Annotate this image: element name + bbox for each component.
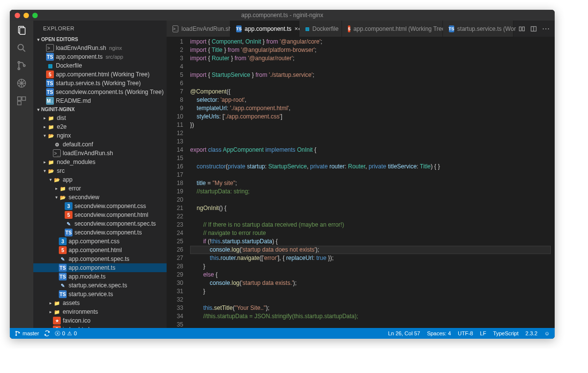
editor-area: >_loadEnvAndRun.shTSapp.component.ts×▨Do… bbox=[167, 21, 555, 328]
folder-item[interactable]: ▸📁assets bbox=[33, 299, 167, 307]
warning-icon: ⚠ bbox=[67, 330, 72, 337]
folder-item[interactable]: ▸📁dist bbox=[33, 114, 167, 122]
encoding[interactable]: UTF-8 bbox=[458, 330, 473, 336]
activity-bar bbox=[10, 21, 33, 328]
file-item[interactable]: ⚙default.conf bbox=[33, 140, 167, 149]
svg-rect-1 bbox=[20, 28, 25, 35]
code-content[interactable]: import { Component, OnInit } from '@angu… bbox=[190, 37, 551, 328]
chevron-down-icon: ▾ bbox=[35, 107, 41, 112]
svg-rect-16 bbox=[522, 26, 524, 30]
editor-tab[interactable]: ▨Dockerfile bbox=[299, 21, 343, 37]
folder-item[interactable]: ▾📂secondview bbox=[33, 193, 167, 202]
sidebar: EXPLORER ▾ OPEN EDITORS >_loadEnvAndRun.… bbox=[33, 21, 167, 328]
svg-point-6 bbox=[24, 65, 25, 67]
svg-rect-13 bbox=[22, 97, 25, 100]
editor-tab[interactable]: TSapp.component.ts× bbox=[230, 21, 299, 37]
svg-rect-12 bbox=[18, 97, 21, 100]
file-item[interactable]: 5secondview.component.html bbox=[33, 210, 167, 219]
editor-tab[interactable]: TSstartup.service.ts (Wor bbox=[443, 21, 514, 37]
open-editor-item[interactable]: >_loadEnvAndRun.shnginx bbox=[33, 44, 167, 52]
svg-point-19 bbox=[16, 331, 17, 332]
file-item[interactable]: TSstartup.service.ts bbox=[33, 290, 167, 299]
svg-point-5 bbox=[18, 68, 20, 70]
folder-item[interactable]: ▸📁environments bbox=[33, 307, 167, 316]
open-editors-header[interactable]: ▾ OPEN EDITORS bbox=[33, 35, 167, 44]
folder-item[interactable]: ▸📁error bbox=[33, 184, 167, 193]
split-editor-icon[interactable] bbox=[530, 25, 537, 32]
more-icon[interactable]: ⋯ bbox=[542, 24, 550, 33]
code-editor[interactable]: 1234567891011121314151617181920212223242… bbox=[167, 37, 555, 328]
file-item[interactable]: >_loadEnvAndRun.sh bbox=[33, 149, 167, 158]
line-numbers: 1234567891011121314151617181920212223242… bbox=[167, 37, 190, 328]
svg-point-20 bbox=[16, 335, 17, 336]
open-editor-item[interactable]: 5app.component.html (Working Tree) bbox=[33, 70, 167, 79]
folder-item[interactable]: ▸📁e2e bbox=[33, 122, 167, 131]
search-icon[interactable] bbox=[16, 42, 27, 54]
explorer-icon[interactable] bbox=[16, 24, 27, 36]
window-title: app.component.ts - nginit-nginx bbox=[241, 12, 323, 19]
svg-rect-15 bbox=[519, 26, 521, 30]
cursor-position[interactable]: Ln 26, Col 57 bbox=[388, 330, 420, 336]
debug-icon[interactable] bbox=[16, 77, 27, 89]
sync-icon[interactable] bbox=[44, 330, 50, 336]
open-editor-item[interactable]: M↓README.md bbox=[33, 96, 167, 105]
open-editor-item[interactable]: TSstartup.service.ts (Working Tree) bbox=[33, 79, 167, 88]
file-item[interactable]: 5app.component.html bbox=[33, 246, 167, 255]
svg-point-2 bbox=[18, 45, 24, 50]
maximize-window-button[interactable] bbox=[32, 13, 38, 18]
vscode-window: app.component.ts - nginit-nginx EXPLORER bbox=[10, 10, 555, 339]
svg-point-4 bbox=[18, 62, 20, 64]
titlebar: app.component.ts - nginit-nginx bbox=[10, 10, 555, 21]
folder-item[interactable]: ▾📂src bbox=[33, 166, 167, 175]
file-item[interactable]: ✎secondview.component.spec.ts bbox=[33, 219, 167, 228]
close-window-button[interactable] bbox=[15, 13, 20, 18]
chevron-down-icon: ▾ bbox=[35, 37, 41, 42]
traffic-lights bbox=[15, 13, 38, 18]
git-branch[interactable]: master bbox=[15, 330, 39, 336]
feedback-icon[interactable]: ☺ bbox=[544, 330, 550, 336]
statusbar: master ⓧ0 ⚠0 Ln 26, Col 57 Spaces: 4 UTF… bbox=[10, 328, 555, 339]
svg-rect-14 bbox=[18, 101, 21, 105]
sidebar-title: EXPLORER bbox=[33, 21, 167, 35]
open-editor-item[interactable]: TSapp.component.tssrc/app bbox=[33, 52, 167, 61]
main-area: EXPLORER ▾ OPEN EDITORS >_loadEnvAndRun.… bbox=[10, 21, 555, 328]
file-item[interactable]: TSsecondview.component.ts bbox=[33, 228, 167, 237]
file-tree: ▸📁dist▸📁e2e▾📂nginx⚙default.conf>_loadEnv… bbox=[33, 114, 167, 328]
minimap[interactable] bbox=[551, 37, 555, 328]
open-editor-item[interactable]: TSsecondview.component.ts (Working Tree) bbox=[33, 88, 167, 96]
folder-item[interactable]: ▾📂nginx bbox=[33, 131, 167, 140]
language-mode[interactable]: TypeScript bbox=[493, 330, 518, 336]
svg-point-21 bbox=[19, 332, 20, 333]
file-item[interactable]: 3app.component.css bbox=[33, 237, 167, 246]
source-control-icon[interactable] bbox=[16, 60, 27, 71]
minimize-window-button[interactable] bbox=[24, 13, 29, 18]
compare-icon[interactable] bbox=[518, 25, 525, 32]
open-editors-list: >_loadEnvAndRun.shnginxTSapp.component.t… bbox=[33, 44, 167, 105]
eol[interactable]: LF bbox=[480, 330, 486, 336]
file-item[interactable]: TSapp.component.ts bbox=[33, 263, 167, 272]
error-count[interactable]: ⓧ0 ⚠0 bbox=[55, 330, 77, 337]
svg-line-3 bbox=[23, 49, 25, 52]
ts-version[interactable]: 2.3.2 bbox=[525, 330, 537, 336]
editor-tab[interactable]: 5app.component.html (Working Tree) bbox=[342, 21, 442, 37]
extensions-icon[interactable] bbox=[16, 95, 27, 107]
file-item[interactable]: ★favicon.ico bbox=[33, 316, 167, 325]
folder-item[interactable]: ▸📁node_modules bbox=[33, 158, 167, 166]
file-item[interactable]: 3secondview.component.css bbox=[33, 202, 167, 210]
file-item[interactable]: TSapp.module.ts bbox=[33, 272, 167, 281]
indent-spaces[interactable]: Spaces: 4 bbox=[427, 330, 451, 336]
file-item[interactable]: ✎app.component.spec.ts bbox=[33, 255, 167, 263]
editor-tabs: >_loadEnvAndRun.shTSapp.component.ts×▨Do… bbox=[167, 21, 555, 37]
error-icon: ⓧ bbox=[55, 330, 60, 337]
folder-item[interactable]: ▾📂app bbox=[33, 175, 167, 184]
project-header[interactable]: ▾ NGINIT-NGINX bbox=[33, 105, 167, 114]
open-editor-item[interactable]: ▨Dockerfile bbox=[33, 61, 167, 70]
editor-tab[interactable]: >_loadEnvAndRun.sh bbox=[167, 21, 230, 37]
file-item[interactable]: ✎startup.service.spec.ts bbox=[33, 281, 167, 290]
